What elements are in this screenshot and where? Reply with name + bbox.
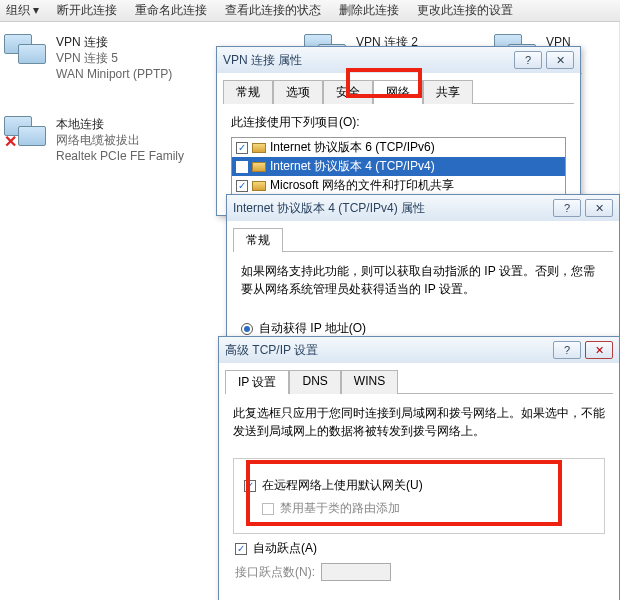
checkbox[interactable] xyxy=(236,180,248,192)
checkbox-disable-class-route-label: 禁用基于类的路由添加 xyxy=(280,500,400,517)
checkbox-auto-metric-label: 自动跃点(A) xyxy=(253,540,317,557)
checkbox[interactable] xyxy=(236,161,248,173)
tabbar: IP 设置 DNS WINS xyxy=(225,369,613,394)
protocol-icon xyxy=(252,162,266,172)
dialog-title: 高级 TCP/IP 设置 xyxy=(225,342,318,359)
conn-line3: Realtek PCIe FE Family xyxy=(56,148,184,164)
protocol-item-fileshare[interactable]: Microsoft 网络的文件和打印机共享 xyxy=(232,176,565,195)
conn-name: 本地连接 xyxy=(56,116,184,132)
metric-input xyxy=(321,563,391,581)
checkbox-disable-class-route xyxy=(262,503,274,515)
protocol-item-ipv4[interactable]: Internet 协议版本 4 (TCP/IPv4) xyxy=(232,157,565,176)
description-text: 如果网络支持此功能，则可以获取自动指派的 IP 设置。否则，您需要从网络系统管理… xyxy=(241,262,605,298)
tabbar: 常规 xyxy=(233,227,613,252)
protocol-icon xyxy=(252,181,266,191)
titlebar[interactable]: 高级 TCP/IP 设置 ? ✕ xyxy=(219,337,619,363)
tab-general[interactable]: 常规 xyxy=(223,80,273,104)
close-button[interactable]: ✕ xyxy=(585,199,613,217)
tab-network[interactable]: 网络 xyxy=(373,80,423,104)
tabbar: 常规 选项 安全 网络 共享 xyxy=(223,79,574,104)
protocol-label: Microsoft 网络的文件和打印机共享 xyxy=(270,177,454,194)
dialog-title: Internet 协议版本 4 (TCP/IPv4) 属性 xyxy=(233,200,425,217)
checkbox[interactable] xyxy=(236,142,248,154)
help-button[interactable]: ? xyxy=(553,199,581,217)
toolbar-organize[interactable]: 组织 ▾ xyxy=(6,2,39,19)
toolbar-delete[interactable]: 删除此连接 xyxy=(339,2,399,19)
tab-wins[interactable]: WINS xyxy=(341,370,398,394)
radio-auto-ip-label: 自动获得 IP 地址(O) xyxy=(259,320,366,337)
dialog-vpn-properties: VPN 连接 属性 ? ✕ 常规 选项 安全 网络 共享 此连接使用下列项目(O… xyxy=(216,46,581,216)
titlebar[interactable]: VPN 连接 属性 ? ✕ xyxy=(217,47,580,73)
network-icon xyxy=(4,34,48,70)
tab-options[interactable]: 选项 xyxy=(273,80,323,104)
close-button[interactable]: ✕ xyxy=(585,341,613,359)
tab-general[interactable]: 常规 xyxy=(233,228,283,252)
checkbox-remote-gateway[interactable] xyxy=(244,480,256,492)
conn-line2: 网络电缆被拔出 xyxy=(56,132,184,148)
protocol-label: Internet 协议版本 4 (TCP/IPv4) xyxy=(270,158,435,175)
protocol-item-ipv6[interactable]: Internet 协议版本 6 (TCP/IPv6) xyxy=(232,138,565,157)
toolbar: 组织 ▾ 断开此连接 重命名此连接 查看此连接的状态 删除此连接 更改此连接的设… xyxy=(0,0,620,22)
protocol-label: Internet 协议版本 6 (TCP/IPv6) xyxy=(270,139,435,156)
toolbar-rename[interactable]: 重命名此连接 xyxy=(135,2,207,19)
connection-local[interactable]: ✕ 本地连接 网络电缆被拔出 Realtek PCIe FE Family xyxy=(4,112,234,168)
toolbar-settings[interactable]: 更改此连接的设置 xyxy=(417,2,513,19)
description-text: 此复选框只应用于您同时连接到局域网和拨号网络上。如果选中，不能发送到局域网上的数… xyxy=(233,404,605,440)
dialog-title: VPN 连接 属性 xyxy=(223,52,302,69)
toolbar-status[interactable]: 查看此连接的状态 xyxy=(225,2,321,19)
conn-line2: VPN 连接 5 xyxy=(56,50,172,66)
checkbox-auto-metric[interactable] xyxy=(235,543,247,555)
network-icon: ✕ xyxy=(4,116,48,152)
tab-sharing[interactable]: 共享 xyxy=(423,80,473,104)
close-button[interactable]: ✕ xyxy=(546,51,574,69)
conn-name: VPN 连接 xyxy=(56,34,172,50)
help-button[interactable]: ? xyxy=(553,341,581,359)
conn-line3: WAN Miniport (PPTP) xyxy=(56,66,172,82)
checkbox-remote-gateway-label: 在远程网络上使用默认网关(U) xyxy=(262,477,423,494)
protocol-icon xyxy=(252,143,266,153)
toolbar-disconnect[interactable]: 断开此连接 xyxy=(57,2,117,19)
metric-label: 接口跃点数(N): xyxy=(235,564,315,581)
radio-auto-ip[interactable] xyxy=(241,323,253,335)
list-caption: 此连接使用下列项目(O): xyxy=(231,114,566,131)
titlebar[interactable]: Internet 协议版本 4 (TCP/IPv4) 属性 ? ✕ xyxy=(227,195,619,221)
help-button[interactable]: ? xyxy=(514,51,542,69)
tab-dns[interactable]: DNS xyxy=(289,370,340,394)
connection-vpn1[interactable]: VPN 连接 VPN 连接 5 WAN Miniport (PPTP) xyxy=(4,30,204,102)
tab-security[interactable]: 安全 xyxy=(323,80,373,104)
error-icon: ✕ xyxy=(4,132,17,151)
dialog-advanced-tcpip: 高级 TCP/IP 设置 ? ✕ IP 设置 DNS WINS 此复选框只应用于… xyxy=(218,336,620,600)
tab-ip-settings[interactable]: IP 设置 xyxy=(225,370,289,394)
gateway-groupbox: 在远程网络上使用默认网关(U) 禁用基于类的路由添加 xyxy=(233,458,605,534)
